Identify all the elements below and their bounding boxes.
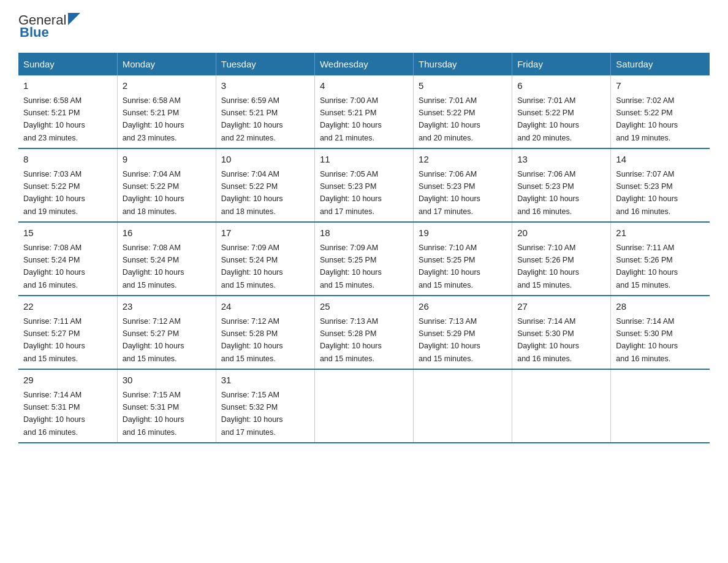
day-number: 6 bbox=[517, 79, 605, 93]
day-info: Sunrise: 7:15 AMSunset: 5:31 PMDaylight:… bbox=[123, 391, 184, 437]
day-number: 11 bbox=[320, 153, 408, 167]
calendar-cell: 19Sunrise: 7:10 AMSunset: 5:25 PMDayligh… bbox=[414, 222, 512, 296]
logo-arrow-icon bbox=[67, 12, 83, 28]
day-number: 2 bbox=[123, 79, 211, 93]
calendar-cell: 24Sunrise: 7:12 AMSunset: 5:28 PMDayligh… bbox=[216, 296, 314, 369]
calendar-table: SundayMondayTuesdayWednesdayThursdayFrid… bbox=[18, 53, 710, 443]
day-number: 5 bbox=[419, 79, 507, 93]
calendar-cell: 28Sunrise: 7:14 AMSunset: 5:30 PMDayligh… bbox=[611, 296, 710, 369]
header-tuesday: Tuesday bbox=[216, 53, 314, 75]
calendar-cell: 6Sunrise: 7:01 AMSunset: 5:22 PMDaylight… bbox=[512, 75, 611, 148]
day-info: Sunrise: 7:14 AMSunset: 5:30 PMDaylight:… bbox=[517, 317, 579, 363]
day-info: Sunrise: 6:58 AMSunset: 5:21 PMDaylight:… bbox=[123, 96, 184, 142]
page-header: General Blue bbox=[18, 12, 710, 40]
day-number: 18 bbox=[320, 226, 408, 240]
calendar-cell: 22Sunrise: 7:11 AMSunset: 5:27 PMDayligh… bbox=[18, 296, 117, 369]
calendar-week-row: 15Sunrise: 7:08 AMSunset: 5:24 PMDayligh… bbox=[18, 222, 710, 296]
svg-marker-0 bbox=[68, 13, 80, 25]
calendar-cell: 9Sunrise: 7:04 AMSunset: 5:22 PMDaylight… bbox=[117, 148, 216, 222]
day-info: Sunrise: 7:04 AMSunset: 5:22 PMDaylight:… bbox=[123, 170, 184, 216]
day-number: 19 bbox=[419, 226, 507, 240]
day-info: Sunrise: 7:11 AMSunset: 5:27 PMDaylight:… bbox=[23, 317, 85, 363]
day-info: Sunrise: 7:00 AMSunset: 5:21 PMDaylight:… bbox=[320, 96, 382, 142]
calendar-cell: 2Sunrise: 6:58 AMSunset: 5:21 PMDaylight… bbox=[117, 75, 216, 148]
day-info: Sunrise: 7:08 AMSunset: 5:24 PMDaylight:… bbox=[23, 243, 85, 289]
day-info: Sunrise: 7:11 AMSunset: 5:26 PMDaylight:… bbox=[616, 243, 678, 289]
header-monday: Monday bbox=[117, 53, 216, 75]
calendar-cell: 16Sunrise: 7:08 AMSunset: 5:24 PMDayligh… bbox=[117, 222, 216, 296]
calendar-cell: 20Sunrise: 7:10 AMSunset: 5:26 PMDayligh… bbox=[512, 222, 611, 296]
calendar-cell: 3Sunrise: 6:59 AMSunset: 5:21 PMDaylight… bbox=[216, 75, 314, 148]
day-info: Sunrise: 7:03 AMSunset: 5:22 PMDaylight:… bbox=[23, 170, 85, 216]
day-info: Sunrise: 7:07 AMSunset: 5:23 PMDaylight:… bbox=[616, 170, 678, 216]
day-info: Sunrise: 7:01 AMSunset: 5:22 PMDaylight:… bbox=[419, 96, 480, 142]
calendar-cell: 13Sunrise: 7:06 AMSunset: 5:23 PMDayligh… bbox=[512, 148, 611, 222]
day-info: Sunrise: 7:15 AMSunset: 5:32 PMDaylight:… bbox=[221, 391, 283, 437]
day-number: 1 bbox=[23, 79, 112, 93]
day-number: 30 bbox=[123, 373, 211, 388]
day-info: Sunrise: 6:58 AMSunset: 5:21 PMDaylight:… bbox=[23, 96, 85, 142]
calendar-cell: 23Sunrise: 7:12 AMSunset: 5:27 PMDayligh… bbox=[117, 296, 216, 369]
calendar-week-row: 8Sunrise: 7:03 AMSunset: 5:22 PMDaylight… bbox=[18, 148, 710, 222]
day-number: 14 bbox=[616, 153, 705, 167]
day-number: 31 bbox=[221, 373, 309, 388]
day-number: 9 bbox=[123, 153, 211, 167]
day-info: Sunrise: 7:09 AMSunset: 5:24 PMDaylight:… bbox=[221, 243, 283, 289]
day-number: 21 bbox=[616, 226, 705, 240]
calendar-cell: 4Sunrise: 7:00 AMSunset: 5:21 PMDaylight… bbox=[314, 75, 413, 148]
day-number: 16 bbox=[123, 226, 211, 240]
day-number: 10 bbox=[221, 153, 309, 167]
header-saturday: Saturday bbox=[611, 53, 710, 75]
day-number: 26 bbox=[419, 300, 507, 314]
day-info: Sunrise: 7:06 AMSunset: 5:23 PMDaylight:… bbox=[419, 170, 480, 216]
calendar-cell: 17Sunrise: 7:09 AMSunset: 5:24 PMDayligh… bbox=[216, 222, 314, 296]
logo-blue: Blue bbox=[20, 25, 49, 40]
day-number: 20 bbox=[517, 226, 605, 240]
logo: General Blue bbox=[18, 12, 83, 40]
calendar-cell bbox=[512, 369, 611, 443]
calendar-cell: 1Sunrise: 6:58 AMSunset: 5:21 PMDaylight… bbox=[18, 75, 117, 148]
day-info: Sunrise: 7:08 AMSunset: 5:24 PMDaylight:… bbox=[123, 243, 184, 289]
header-sunday: Sunday bbox=[18, 53, 117, 75]
header-thursday: Thursday bbox=[414, 53, 512, 75]
day-number: 3 bbox=[221, 79, 309, 93]
calendar-header-row: SundayMondayTuesdayWednesdayThursdayFrid… bbox=[18, 53, 710, 75]
day-info: Sunrise: 7:12 AMSunset: 5:28 PMDaylight:… bbox=[221, 317, 283, 363]
calendar-week-row: 1Sunrise: 6:58 AMSunset: 5:21 PMDaylight… bbox=[18, 75, 710, 148]
calendar-cell: 30Sunrise: 7:15 AMSunset: 5:31 PMDayligh… bbox=[117, 369, 216, 443]
calendar-cell: 14Sunrise: 7:07 AMSunset: 5:23 PMDayligh… bbox=[611, 148, 710, 222]
calendar-week-row: 29Sunrise: 7:14 AMSunset: 5:31 PMDayligh… bbox=[18, 369, 710, 443]
day-number: 7 bbox=[616, 79, 705, 93]
calendar-cell: 18Sunrise: 7:09 AMSunset: 5:25 PMDayligh… bbox=[314, 222, 413, 296]
day-info: Sunrise: 7:14 AMSunset: 5:30 PMDaylight:… bbox=[616, 317, 678, 363]
calendar-cell: 11Sunrise: 7:05 AMSunset: 5:23 PMDayligh… bbox=[314, 148, 413, 222]
day-info: Sunrise: 7:02 AMSunset: 5:22 PMDaylight:… bbox=[616, 96, 678, 142]
calendar-cell bbox=[314, 369, 413, 443]
day-number: 13 bbox=[517, 153, 605, 167]
day-number: 24 bbox=[221, 300, 309, 314]
calendar-cell: 27Sunrise: 7:14 AMSunset: 5:30 PMDayligh… bbox=[512, 296, 611, 369]
day-number: 17 bbox=[221, 226, 309, 240]
day-number: 22 bbox=[23, 300, 112, 314]
day-number: 29 bbox=[23, 373, 112, 388]
day-number: 28 bbox=[616, 300, 705, 314]
day-info: Sunrise: 7:06 AMSunset: 5:23 PMDaylight:… bbox=[517, 170, 579, 216]
header-wednesday: Wednesday bbox=[314, 53, 413, 75]
calendar-cell: 7Sunrise: 7:02 AMSunset: 5:22 PMDaylight… bbox=[611, 75, 710, 148]
day-number: 23 bbox=[123, 300, 211, 314]
calendar-cell bbox=[414, 369, 512, 443]
calendar-cell: 5Sunrise: 7:01 AMSunset: 5:22 PMDaylight… bbox=[414, 75, 512, 148]
day-number: 8 bbox=[23, 153, 112, 167]
day-info: Sunrise: 7:13 AMSunset: 5:29 PMDaylight:… bbox=[419, 317, 480, 363]
calendar-cell: 31Sunrise: 7:15 AMSunset: 5:32 PMDayligh… bbox=[216, 369, 314, 443]
day-info: Sunrise: 7:01 AMSunset: 5:22 PMDaylight:… bbox=[517, 96, 579, 142]
day-info: Sunrise: 7:10 AMSunset: 5:25 PMDaylight:… bbox=[419, 243, 480, 289]
calendar-cell: 8Sunrise: 7:03 AMSunset: 5:22 PMDaylight… bbox=[18, 148, 117, 222]
day-info: Sunrise: 7:13 AMSunset: 5:28 PMDaylight:… bbox=[320, 317, 382, 363]
calendar-cell: 15Sunrise: 7:08 AMSunset: 5:24 PMDayligh… bbox=[18, 222, 117, 296]
calendar-cell: 12Sunrise: 7:06 AMSunset: 5:23 PMDayligh… bbox=[414, 148, 512, 222]
calendar-cell: 21Sunrise: 7:11 AMSunset: 5:26 PMDayligh… bbox=[611, 222, 710, 296]
calendar-cell: 25Sunrise: 7:13 AMSunset: 5:28 PMDayligh… bbox=[314, 296, 413, 369]
calendar-cell: 26Sunrise: 7:13 AMSunset: 5:29 PMDayligh… bbox=[414, 296, 512, 369]
day-info: Sunrise: 7:09 AMSunset: 5:25 PMDaylight:… bbox=[320, 243, 382, 289]
